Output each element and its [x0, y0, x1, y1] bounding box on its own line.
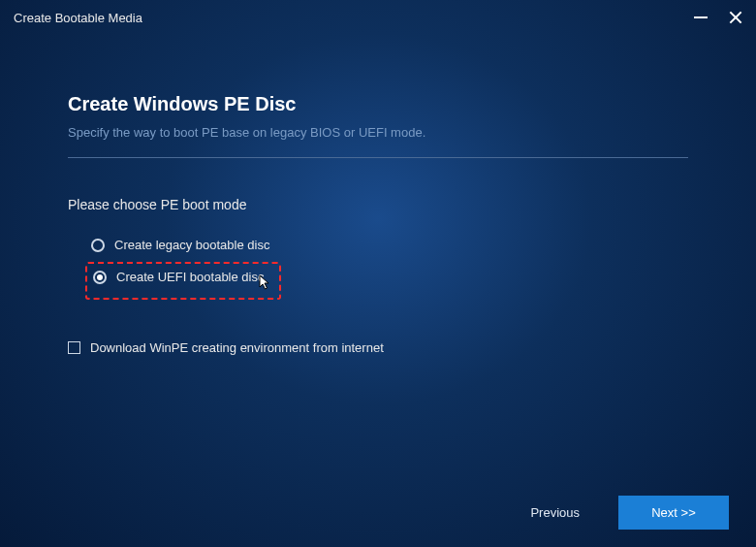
checkbox-icon [68, 341, 80, 354]
content-area: Create Windows PE Disc Specify the way t… [0, 35, 756, 355]
next-button[interactable]: Next >> [618, 496, 729, 530]
radio-legacy-bootable[interactable]: Create legacy bootable disc [85, 234, 688, 256]
boot-mode-radio-group: Create legacy bootable disc Create UEFI … [85, 234, 688, 300]
highlight-box: Create UEFI bootable disc [85, 262, 281, 300]
download-winpe-checkbox[interactable]: Download WinPE creating environment from… [68, 340, 688, 355]
radio-selected-dot [97, 274, 103, 280]
window-title: Create Bootable Media [14, 11, 142, 25]
previous-button[interactable]: Previous [519, 496, 591, 530]
radio-uefi-bootable[interactable]: Create UEFI bootable disc [93, 270, 273, 284]
divider [68, 157, 688, 158]
radio-label: Create UEFI bootable disc [116, 270, 264, 284]
close-icon[interactable] [729, 11, 742, 24]
radio-label: Create legacy bootable disc [114, 238, 269, 252]
titlebar: Create Bootable Media [0, 0, 756, 35]
footer: Previous Next >> [519, 496, 729, 530]
window-controls [694, 11, 742, 24]
radio-icon [91, 239, 105, 252]
boot-mode-label: Please choose PE boot mode [68, 197, 688, 212]
minimize-icon[interactable] [694, 16, 708, 18]
page-subtitle: Specify the way to boot PE base on legac… [68, 125, 688, 140]
page-title: Create Windows PE Disc [68, 93, 688, 115]
radio-icon [93, 271, 107, 284]
checkbox-label: Download WinPE creating environment from… [90, 340, 384, 355]
